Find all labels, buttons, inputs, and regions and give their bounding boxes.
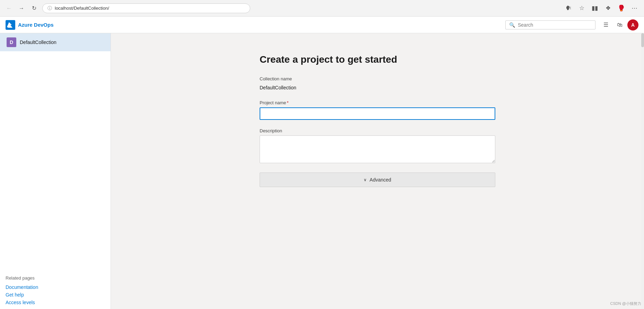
user-avatar[interactable]: A <box>627 19 638 30</box>
bag-icon: 🛍 <box>617 22 623 28</box>
star-icon: ☆ <box>579 5 584 12</box>
advanced-button[interactable]: ∨ Advanced <box>260 173 495 187</box>
collections-icon: ▮▮ <box>592 5 598 12</box>
sidebar-collection-item[interactable]: D DefaultCollection <box>0 33 111 51</box>
collection-name-label: Collection name <box>260 76 495 81</box>
chevron-down-icon: ∨ <box>364 177 367 182</box>
refresh-button[interactable]: ↻ <box>29 3 39 13</box>
documentation-link[interactable]: Documentation <box>6 283 105 291</box>
description-textarea[interactable] <box>260 135 495 163</box>
collection-avatar: D <box>7 37 16 47</box>
sidebar-related: Related pages Documentation Get help Acc… <box>0 270 111 309</box>
notifications-button[interactable]: ☰ <box>600 19 612 31</box>
extensions-icon: 🥊 <box>618 5 625 12</box>
search-icon: 🔍 <box>509 22 515 28</box>
more-icon: ⋯ <box>632 5 637 12</box>
read-aloud-button[interactable]: 🗣 <box>563 3 574 14</box>
app-logo[interactable]: Azure DevOps <box>6 20 54 30</box>
main-content: Create a project to get started Collecti… <box>111 33 644 309</box>
collection-name-value: DefaultCollection <box>260 83 495 92</box>
main-layout: D DefaultCollection Related pages Docume… <box>0 33 644 309</box>
app-header: Azure DevOps 🔍 ☰ 🛍 A <box>0 17 644 33</box>
url-display: localhost/DefaultCollection/ <box>55 6 245 11</box>
azure-devops-logo-icon <box>6 20 15 30</box>
header-right-icons: ☰ 🛍 A <box>600 19 638 31</box>
marketplace-button[interactable]: 🛍 <box>613 19 626 31</box>
forward-button[interactable]: → <box>17 3 26 13</box>
access-levels-link[interactable]: Access levels <box>6 299 105 306</box>
browser-chrome: ← → ↻ ⓘ localhost/DefaultCollection/ 🗣 ☆… <box>0 0 644 17</box>
extensions-button[interactable]: 🥊 <box>616 3 627 14</box>
advanced-label: Advanced <box>369 177 391 183</box>
favorites-button[interactable]: ☆ <box>576 3 587 14</box>
project-name-field: Project name* <box>260 100 495 120</box>
list-icon: ☰ <box>603 21 608 28</box>
browser-nav-buttons: ← → ↻ <box>4 3 39 13</box>
search-input[interactable] <box>518 22 592 28</box>
required-star: * <box>287 100 289 105</box>
read-aloud-icon: 🗣 <box>566 5 572 12</box>
info-icon: ⓘ <box>47 5 52 11</box>
browser-toolbar-right: 🗣 ☆ ▮▮ ❖ 🥊 ⋯ <box>563 3 640 14</box>
form-container: Create a project to get started Collecti… <box>260 54 495 295</box>
app-logo-text: Azure DevOps <box>18 22 54 28</box>
back-icon: ← <box>6 5 12 11</box>
back-button[interactable]: ← <box>4 3 14 13</box>
get-help-link[interactable]: Get help <box>6 291 105 299</box>
description-field: Description <box>260 128 495 164</box>
scrollbar-track <box>641 33 644 309</box>
refresh-icon: ↻ <box>32 5 36 11</box>
sidebar-button[interactable]: ❖ <box>602 3 613 14</box>
collections-button[interactable]: ▮▮ <box>589 3 600 14</box>
address-bar[interactable]: ⓘ localhost/DefaultCollection/ <box>42 3 250 13</box>
forward-icon: → <box>19 5 24 11</box>
header-search[interactable]: 🔍 <box>505 20 595 29</box>
watermark: CSDN @小猫努力 <box>610 301 641 306</box>
related-pages-label: Related pages <box>6 275 105 281</box>
scrollbar-thumb[interactable] <box>641 33 644 47</box>
more-button[interactable]: ⋯ <box>629 3 640 14</box>
collection-name: DefaultCollection <box>20 39 56 45</box>
sidebar-icon: ❖ <box>606 5 611 12</box>
project-name-label: Project name* <box>260 100 495 105</box>
sidebar: D DefaultCollection Related pages Docume… <box>0 33 111 309</box>
description-label: Description <box>260 128 495 133</box>
collection-name-field: Collection name DefaultCollection <box>260 76 495 92</box>
form-title: Create a project to get started <box>260 54 495 65</box>
project-name-input[interactable] <box>260 107 495 120</box>
